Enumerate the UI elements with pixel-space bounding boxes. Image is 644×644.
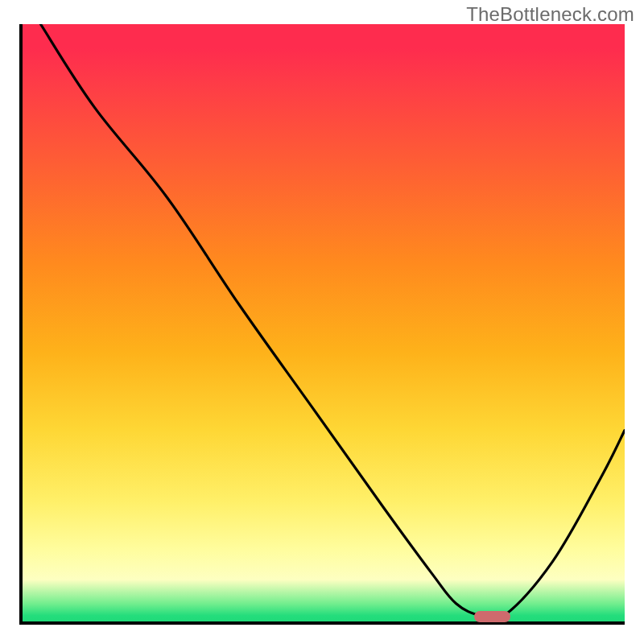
- watermark-text: TheBottleneck.com: [466, 3, 634, 26]
- chart-container: TheBottleneck.com: [0, 0, 644, 644]
- curve-svg: [23, 24, 625, 621]
- plot-area: [19, 24, 625, 625]
- bottleneck-curve: [40, 24, 625, 621]
- minimum-marker: [474, 611, 510, 622]
